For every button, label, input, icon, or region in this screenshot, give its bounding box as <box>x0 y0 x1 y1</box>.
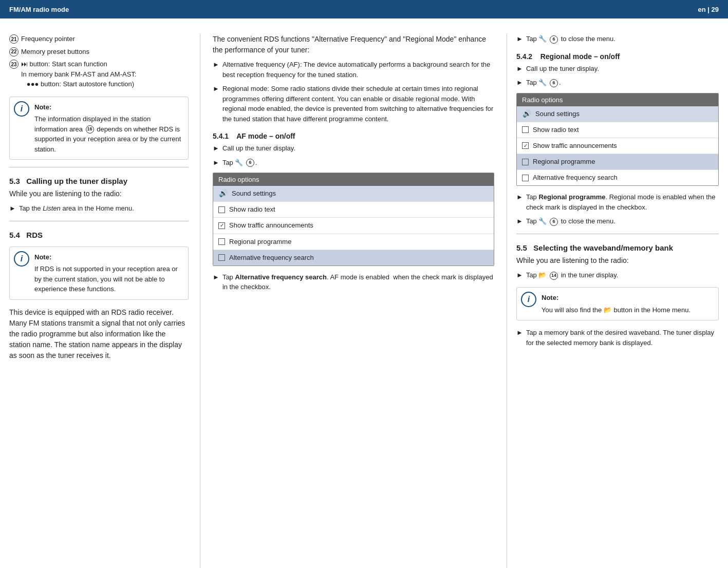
section-53-body: While you are listening to the radio: <box>9 188 189 199</box>
arrow-icon-13: ► <box>516 328 523 338</box>
close-menu-step-1: ► Tap 🔧 6 to close the menu. <box>516 34 719 44</box>
speaker-icon-1: 🔊 <box>218 189 228 198</box>
option-sound-settings-2[interactable]: 🔊 Sound settings <box>517 106 718 122</box>
item-21: 21 Frequency pointer <box>9 34 189 44</box>
col2-intro: The convenient RDS functions "Alternativ… <box>213 34 494 55</box>
arrow-icon-12: ► <box>516 270 523 280</box>
option-label-alt-freq-2: Alternative frequency search <box>533 173 618 182</box>
col2-bullet-2: ► Regional mode: Some radio stations div… <box>213 84 494 124</box>
arrow-icon-7: ► <box>516 34 523 44</box>
section-54-title: 5.4 RDS <box>9 231 189 239</box>
option-alt-freq-1[interactable]: Alternative frequency search <box>213 250 494 266</box>
section-55-title: 5.5 Selecting the waveband/memory bank <box>516 243 719 252</box>
checkbox-alt-freq-1 <box>218 254 225 261</box>
close-menu-step-2: ► Tap 🔧 6 to close the menu. <box>516 216 719 226</box>
note-box-2: i Note: If RDS is not supported in your … <box>9 247 189 300</box>
step-542-2: ► Tap 🔧 6. <box>516 78 719 88</box>
checkbox-alt-freq-2 <box>522 175 529 181</box>
checkbox-traffic-2 <box>522 142 529 149</box>
radio-options-header-2: Radio options <box>517 93 718 106</box>
section-541-title: 5.4.1 AF mode – on/off <box>213 132 494 140</box>
note-text-3: You will also find the 📂 button in the H… <box>542 305 712 315</box>
note-box-1: i Note: The information displayed in the… <box>9 97 189 160</box>
option-label-traffic-1: Show traffic announcements <box>229 221 313 230</box>
arrow-icon: ► <box>9 203 16 214</box>
item-21-text: Frequency pointer <box>21 34 75 44</box>
item-22-text: Memory preset buttons <box>21 47 89 57</box>
step-541-1: ► Call up the tuner display. <box>213 143 494 154</box>
option-label-regional-1: Regional programme <box>229 237 291 247</box>
option-regional-programme-2[interactable]: Regional programme <box>517 154 718 170</box>
note-text-2: If RDS is not supported in your receptio… <box>34 264 182 294</box>
item-22: 22 Memory preset buttons <box>9 47 189 57</box>
option-show-radio-text-1[interactable]: Show radio text <box>213 202 494 218</box>
section-53-title: 5.3 Calling up the tuner display <box>9 177 189 185</box>
step-541-2: ► Tap 🔧 6. <box>213 158 494 168</box>
step-542-1: ► Call up the tuner display. <box>516 64 719 74</box>
bold-alt-freq: Alternative frequency search <box>235 273 326 281</box>
arrow-icon-8: ► <box>516 64 523 74</box>
option-label-radio-text-1: Show radio text <box>229 205 275 214</box>
header-page: en | 29 <box>698 6 719 13</box>
note-box-3: i Note: You will also find the 📂 button … <box>516 287 719 320</box>
option-traffic-announcements-1[interactable]: Show traffic announcements <box>213 218 494 234</box>
checkbox-traffic-1 <box>218 222 225 229</box>
checkbox-regional-1 <box>218 238 225 245</box>
header-title: FM/AM radio mode <box>9 6 69 13</box>
col2-bullet-1: ► Alternative frequency (AF): The device… <box>213 60 494 80</box>
arrow-icon-9: ► <box>516 78 523 88</box>
section-55-body: While you are listening to the radio: <box>516 255 719 266</box>
column-1: 21 Frequency pointer 22 Memory preset bu… <box>0 34 200 568</box>
num-23: 23 <box>9 60 18 69</box>
num-22: 22 <box>9 47 18 56</box>
checkbox-regional-2 <box>522 159 529 165</box>
tap-alt-freq: ► Tap Alternative frequency search. AF m… <box>213 272 494 292</box>
arrow-icon-4: ► <box>213 143 219 154</box>
option-regional-programme-1[interactable]: Regional programme <box>213 234 494 250</box>
arrow-icon-3: ► <box>213 84 219 94</box>
option-alt-freq-2[interactable]: Alternative frequency search <box>517 170 718 185</box>
item-23-text: ⏭ button: Start scan function In memory … <box>21 59 136 89</box>
arrow-icon-6: ► <box>213 272 219 282</box>
bold-regional: Regional programme <box>538 193 605 201</box>
tap-regional-programme: ► Tap Regional programme. Regional mode … <box>516 192 719 212</box>
section-54-body: This device is equipped with an RDS radi… <box>9 307 189 361</box>
option-label-regional-2: Regional programme <box>533 157 595 166</box>
note-text-1: The information displayed in the station… <box>34 114 182 154</box>
column-2: The convenient RDS functions "Alternativ… <box>200 34 507 568</box>
num-21: 21 <box>9 34 18 44</box>
radio-options-box-1: Radio options 🔊 Sound settings Show radi… <box>213 173 494 266</box>
note-label-1: Note: <box>34 102 182 112</box>
step-55-2: ► Tap a memory bank of the desired waveb… <box>516 328 719 348</box>
column-3: ► Tap 🔧 6 to close the menu. 5.4.2 Regio… <box>507 34 728 568</box>
option-label-sound-2: Sound settings <box>535 109 580 119</box>
note-label-3: Note: <box>542 293 712 303</box>
info-icon-2: i <box>14 251 29 267</box>
arrow-icon-5: ► <box>213 158 219 168</box>
option-traffic-announcements-2[interactable]: Show traffic announcements <box>517 138 718 154</box>
option-show-radio-text-2[interactable]: Show radio text <box>517 122 718 138</box>
checkbox-show-radio-text-2 <box>522 126 529 133</box>
radio-options-box-2: Radio options 🔊 Sound settings Show radi… <box>516 93 719 186</box>
section-53-bullet: ► Tap the Listen area in the Home menu. <box>9 203 189 214</box>
step-55-1: ► Tap 📂 14 in the tuner display. <box>516 270 719 280</box>
radio-options-header-1: Radio options <box>213 173 494 186</box>
info-icon-1: i <box>14 101 29 117</box>
arrow-icon-11: ► <box>516 216 523 226</box>
section-542-title: 5.4.2 Regional mode – on/off <box>516 52 719 61</box>
item-23: 23 ⏭ button: Start scan function In memo… <box>9 59 189 89</box>
option-label-radio-text-2: Show radio text <box>533 125 579 135</box>
option-sound-settings-1[interactable]: 🔊 Sound settings <box>213 186 494 202</box>
arrow-icon-2: ► <box>213 60 219 70</box>
checkbox-show-radio-text-1 <box>218 206 225 213</box>
option-label-alt-freq-1: Alternative frequency search <box>229 253 314 262</box>
page-header: FM/AM radio mode en | 29 <box>0 0 728 18</box>
option-label-sound-1: Sound settings <box>232 189 276 198</box>
arrow-icon-10: ► <box>516 192 523 202</box>
note-label-2: Note: <box>34 252 182 262</box>
option-label-traffic-2: Show traffic announcements <box>533 141 617 150</box>
info-icon-3: i <box>521 292 536 307</box>
speaker-icon-2: 🔊 <box>522 109 531 119</box>
